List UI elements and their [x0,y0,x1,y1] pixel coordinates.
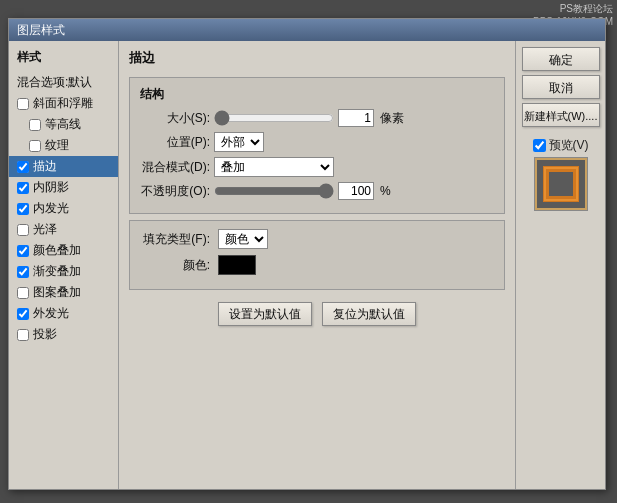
right-panel: 确定 取消 新建样式(W).... 预览(V) [515,41,605,489]
sidebar-item-label: 外发光 [33,305,69,322]
size-label: 大小(S): [140,110,210,127]
bevel-checkbox[interactable] [17,98,29,110]
inner-shadow-checkbox[interactable] [17,182,29,194]
section-title: 描边 [129,49,505,67]
main-area: 描边 结构 大小(S): 像素 位置(P): 外部 [119,41,515,489]
sidebar-item-label: 描边 [33,158,57,175]
outer-glow-checkbox[interactable] [17,308,29,320]
preview-checkbox[interactable] [533,139,546,152]
sidebar-item-satin[interactable]: 光泽 [9,219,118,240]
sidebar-item-contour[interactable]: 等高线 [9,114,118,135]
position-select[interactable]: 外部 内部 居中 [214,132,264,152]
blend-mode-label: 混合模式(D): [140,159,210,176]
opacity-slider-container: % [214,182,494,200]
sidebar-title: 样式 [9,45,118,72]
sidebar: 样式 混合选项:默认 斜面和浮雕 等高线 纹理 描边 [9,41,119,489]
sidebar-item-label: 颜色叠加 [33,242,81,259]
sidebar-item-inner-shadow[interactable]: 内阴影 [9,177,118,198]
preview-thumbnail [534,157,588,211]
sidebar-item-blending[interactable]: 混合选项:默认 [9,72,118,93]
satin-checkbox[interactable] [17,224,29,236]
color-row: 颜色: [140,255,494,275]
sidebar-item-label: 纹理 [45,137,69,154]
fill-panel: 填充类型(F): 颜色 渐变 图案 颜色: [129,220,505,290]
sidebar-item-label: 图案叠加 [33,284,81,301]
fill-type-label: 填充类型(F): [140,231,210,248]
size-input[interactable] [338,109,374,127]
new-style-button[interactable]: 新建样式(W).... [522,103,600,127]
sidebar-item-label: 混合选项:默认 [17,74,92,91]
sidebar-item-inner-glow[interactable]: 内发光 [9,198,118,219]
sidebar-item-label: 内阴影 [33,179,69,196]
dialog-body: 样式 混合选项:默认 斜面和浮雕 等高线 纹理 描边 [9,41,605,489]
size-row: 大小(S): 像素 [140,109,494,127]
opacity-label: 不透明度(O): [140,183,210,200]
reset-default-button[interactable]: 复位为默认值 [322,302,416,326]
cancel-button[interactable]: 取消 [522,75,600,99]
color-label: 颜色: [140,257,210,274]
set-default-button[interactable]: 设置为默认值 [218,302,312,326]
size-slider[interactable] [214,111,334,125]
opacity-input[interactable] [338,182,374,200]
size-unit: 像素 [380,110,404,127]
sidebar-item-texture[interactable]: 纹理 [9,135,118,156]
confirm-button[interactable]: 确定 [522,47,600,71]
position-label: 位置(P): [140,134,210,151]
texture-checkbox[interactable] [29,140,41,152]
blend-mode-select[interactable]: 叠加 正常 溶解 正片叠底 [214,157,334,177]
sidebar-item-outer-glow[interactable]: 外发光 [9,303,118,324]
preview-area: 预览(V) [533,137,589,211]
sidebar-item-label: 等高线 [45,116,81,133]
title-bar: 图层样式 [9,19,605,41]
sidebar-item-label: 斜面和浮雕 [33,95,93,112]
position-row: 位置(P): 外部 内部 居中 [140,132,494,152]
dialog: 图层样式 样式 混合选项:默认 斜面和浮雕 等高线 纹理 [8,18,606,490]
svg-rect-2 [549,172,573,196]
sidebar-item-label: 投影 [33,326,57,343]
sidebar-item-bevel[interactable]: 斜面和浮雕 [9,93,118,114]
size-slider-container: 像素 [214,109,494,127]
sidebar-item-label: 渐变叠加 [33,263,81,280]
opacity-unit: % [380,184,391,198]
opacity-row: 不透明度(O): % [140,182,494,200]
sidebar-item-pattern-overlay[interactable]: 图案叠加 [9,282,118,303]
sidebar-item-label: 光泽 [33,221,57,238]
fill-type-row: 填充类型(F): 颜色 渐变 图案 [140,229,494,249]
sidebar-item-gradient-overlay[interactable]: 渐变叠加 [9,261,118,282]
color-swatch[interactable] [218,255,256,275]
sidebar-item-stroke[interactable]: 描边 [9,156,118,177]
contour-checkbox[interactable] [29,119,41,131]
preview-checkbox-row: 预览(V) [533,137,589,154]
dialog-title: 图层样式 [17,22,65,39]
fill-type-select[interactable]: 颜色 渐变 图案 [218,229,268,249]
structure-panel: 结构 大小(S): 像素 位置(P): 外部 内部 [129,77,505,214]
sidebar-item-label: 内发光 [33,200,69,217]
inner-glow-checkbox[interactable] [17,203,29,215]
sidebar-item-color-overlay[interactable]: 颜色叠加 [9,240,118,261]
structure-title: 结构 [140,86,494,103]
color-overlay-checkbox[interactable] [17,245,29,257]
drop-shadow-checkbox[interactable] [17,329,29,341]
preview-label: 预览(V) [549,137,589,154]
pattern-overlay-checkbox[interactable] [17,287,29,299]
opacity-slider[interactable] [214,184,334,198]
gradient-overlay-checkbox[interactable] [17,266,29,278]
bottom-buttons: 设置为默认值 复位为默认值 [129,302,505,326]
stroke-checkbox[interactable] [17,161,29,173]
preview-svg [537,160,585,208]
blend-mode-row: 混合模式(D): 叠加 正常 溶解 正片叠底 [140,157,494,177]
sidebar-item-drop-shadow[interactable]: 投影 [9,324,118,345]
